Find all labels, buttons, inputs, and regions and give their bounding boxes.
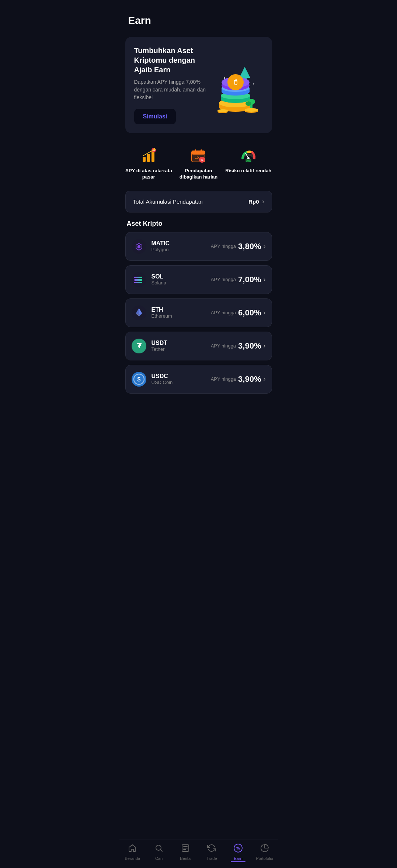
header: Earn (119, 0, 278, 32)
trade-icon (207, 844, 216, 855)
crypto-right-eth: APY hingga 6,00% › (211, 308, 266, 318)
usdc-chevron-icon: › (264, 375, 266, 383)
feature-apy-label: APY di atas rata-rata pasar (125, 168, 172, 180)
crypto-right-usdt: APY hingga 3,90% › (211, 341, 266, 351)
portfolio-icon (260, 844, 269, 855)
nav-beranda[interactable]: Beranda (119, 844, 146, 862)
crypto-left-eth: ETH Ethereum (132, 305, 172, 320)
usdc-apy-value: 3,90% (238, 374, 261, 384)
svg-rect-23 (143, 157, 146, 162)
nav-earn-label: Earn (234, 856, 242, 861)
eth-apy-label: APY hingga (211, 310, 236, 315)
earn-icon: % (234, 844, 243, 855)
matic-apy-label: APY hingga (211, 243, 236, 249)
risk-icon: LOW (240, 146, 257, 164)
svg-point-22 (217, 109, 228, 112)
svg-rect-32 (192, 151, 205, 155)
crypto-item-usdt[interactable]: ₮ USDT Tether APY hingga 3,90% › (125, 332, 272, 360)
matic-name: MATIC (152, 240, 170, 247)
svg-text:15: 15 (195, 155, 199, 159)
nav-portofolio[interactable]: Portofolio (251, 844, 278, 862)
hero-description: Dapatkan APY hingga 7,00% dengan cara mu… (134, 78, 207, 101)
usdc-icon: $ (132, 372, 146, 387)
bottom-navigation: Beranda Cari Berita (119, 840, 278, 868)
akumulasi-label: Total Akumulasi Pendapatan (133, 198, 203, 205)
sol-apy-value: 7,00% (238, 275, 261, 284)
svg-rect-25 (152, 151, 154, 162)
hero-card: Tumbuhkan Aset Kriptomu dengan Ajaib Ear… (125, 37, 272, 133)
nav-cari[interactable]: Cari (146, 844, 172, 862)
usdt-chevron-icon: › (264, 342, 266, 350)
matic-fullname: Polygon (152, 247, 170, 252)
crypto-right-sol: APY hingga 7,00% › (211, 275, 266, 284)
crypto-left-sol: SOL Solana (132, 272, 166, 287)
eth-icon (132, 305, 146, 320)
page-title: Earn (128, 15, 269, 27)
feature-daily-label: Pendapatan dibagikan harian (175, 168, 222, 180)
hero-text: Tumbuhkan Aset Kriptomu dengan Ajaib Ear… (134, 46, 212, 124)
features-row: % APY di atas rata-rata pasar % 15 Penda… (119, 138, 278, 189)
usdt-apy-label: APY hingga (211, 343, 236, 349)
nav-trade-label: Trade (206, 856, 217, 861)
svg-rect-24 (147, 154, 150, 162)
section-title: Aset Kripto (119, 220, 278, 232)
simulasi-button[interactable]: Simulasi (134, 109, 176, 124)
svg-rect-46 (134, 282, 142, 283)
usdt-name: USDT (152, 340, 168, 346)
daily-icon: % 15 (189, 146, 207, 164)
akumulasi-right: Rp0 › (248, 198, 264, 205)
nav-beranda-label: Beranda (125, 856, 140, 861)
nav-earn[interactable]: % Earn (225, 844, 251, 862)
hero-title: Tumbuhkan Aset Kriptomu dengan Ajaib Ear… (134, 46, 207, 75)
earn-active-indicator (231, 861, 245, 862)
usdc-fullname: USD Coin (152, 380, 173, 385)
crypto-right-matic: APY hingga 3,80% › (211, 242, 266, 251)
matic-chevron-icon: › (264, 242, 266, 250)
nav-berita-label: Berita (180, 856, 191, 861)
svg-rect-45 (134, 279, 142, 281)
svg-text:%: % (201, 158, 203, 162)
feature-risk: LOW Risiko relatif rendah (225, 146, 272, 180)
hero-illustration: ₿ ✦ ✦ (212, 59, 263, 111)
sol-icon (132, 272, 146, 287)
usdc-name: USDC (152, 373, 173, 380)
svg-point-20 (245, 108, 258, 112)
svg-text:✦: ✦ (223, 76, 226, 81)
sol-apy-label: APY hingga (211, 277, 236, 282)
news-icon (181, 844, 190, 855)
matic-icon (132, 239, 146, 254)
sol-name: SOL (152, 273, 166, 280)
sol-fullname: Solana (152, 280, 166, 286)
svg-rect-33 (195, 149, 196, 152)
matic-apy-value: 3,80% (238, 242, 261, 251)
nav-portofolio-label: Portofolio (256, 856, 273, 861)
feature-risk-label: Risiko relatif rendah (225, 168, 271, 174)
svg-point-18 (245, 101, 251, 106)
eth-apy-value: 6,00% (238, 308, 261, 318)
eth-chevron-icon: › (264, 309, 266, 317)
crypto-item-sol[interactable]: SOL Solana APY hingga 7,00% › (125, 265, 272, 294)
svg-text:✦: ✦ (252, 82, 255, 86)
chevron-right-icon: › (262, 198, 264, 205)
crypto-item-usdc[interactable]: $ USDC USD Coin APY hingga 3,90% › (125, 365, 272, 394)
eth-fullname: Ethereum (152, 313, 172, 319)
crypto-right-usdc: APY hingga 3,90% › (211, 374, 266, 384)
feature-apy: % APY di atas rata-rata pasar (125, 146, 172, 180)
search-icon (154, 844, 163, 855)
usdc-apy-label: APY hingga (211, 376, 236, 382)
nav-trade[interactable]: Trade (199, 844, 225, 862)
svg-text:LOW: LOW (246, 160, 251, 162)
crypto-left-usdc: $ USDC USD Coin (132, 372, 173, 387)
usdt-apy-value: 3,90% (238, 341, 261, 351)
svg-text:₿: ₿ (234, 79, 237, 86)
crypto-item-eth[interactable]: ETH Ethereum APY hingga 6,00% › (125, 298, 272, 327)
apy-icon: % (140, 146, 157, 164)
crypto-left-usdt: ₮ USDT Tether (132, 339, 168, 353)
akumulasi-row[interactable]: Total Akumulasi Pendapatan Rp0 › (125, 191, 272, 212)
crypto-item-matic[interactable]: MATIC Polygon APY hingga 3,80% › (125, 232, 272, 261)
svg-rect-34 (201, 149, 202, 152)
nav-berita[interactable]: Berita (172, 844, 199, 862)
sol-chevron-icon: › (264, 276, 266, 283)
svg-line-58 (161, 850, 163, 852)
svg-rect-44 (134, 277, 142, 278)
